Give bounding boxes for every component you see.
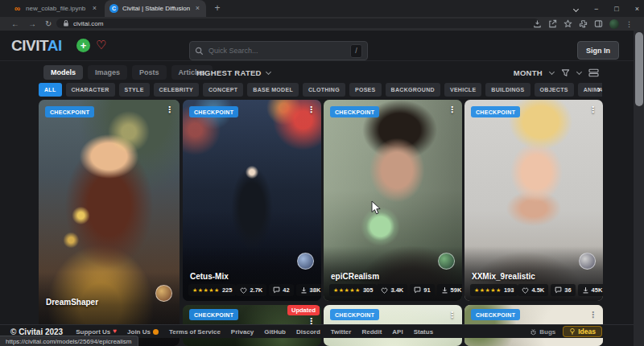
card-menu-icon[interactable]: ⋮ xyxy=(444,104,460,116)
link-preview-statusbar: https://civitai.com/models/25694/epicrea… xyxy=(0,336,138,346)
tag-buildings[interactable]: BUILDINGS xyxy=(485,83,530,97)
tag-background[interactable]: BACKGROUND xyxy=(386,83,440,97)
tab-posts[interactable]: Posts xyxy=(132,65,167,80)
bookmark-star-icon[interactable] xyxy=(564,19,572,28)
window-minimize-button[interactable]: − xyxy=(594,5,598,13)
scrollbar-thumb[interactable] xyxy=(635,32,643,106)
bugs-button[interactable]: Bugs xyxy=(530,328,555,336)
heart-icon: ♥ xyxy=(113,328,117,335)
rating-pill: ★★★★★ 225 xyxy=(188,284,236,296)
window-controls: − □ × xyxy=(574,0,639,17)
comments-pill: 42 xyxy=(269,284,293,296)
reload-icon[interactable]: ↻ xyxy=(45,20,52,28)
card-menu-icon[interactable]: ⋮ xyxy=(585,104,601,116)
checkpoint-badge: CHECKPOINT xyxy=(330,106,379,117)
creator-avatar[interactable] xyxy=(438,253,455,270)
footer-link-label: Support Us xyxy=(76,328,110,336)
side-panel-icon[interactable] xyxy=(594,19,603,28)
period-dropdown[interactable]: MONTH xyxy=(514,68,543,77)
tag-character[interactable]: CHARACTER xyxy=(66,83,115,97)
card-stats: ★★★★★ 305 3.4K 91 59K xyxy=(329,284,456,296)
creator-avatar[interactable] xyxy=(297,253,314,270)
footer-link-label: Discord xyxy=(296,328,320,336)
extensions-icon[interactable] xyxy=(579,19,588,28)
footer-link-status[interactable]: Status xyxy=(414,328,433,336)
tag-vehicle[interactable]: VEHICLE xyxy=(444,83,481,97)
tag-clothing[interactable]: CLOTHING xyxy=(303,83,345,97)
tab-models[interactable]: Models xyxy=(43,65,83,80)
bug-icon xyxy=(530,328,537,336)
lock-icon xyxy=(63,19,69,27)
footer-link-join-us[interactable]: Join Us xyxy=(127,328,159,336)
tag-poses[interactable]: POSES xyxy=(349,83,382,97)
footer-link-label: Status xyxy=(414,328,433,336)
create-plus-button[interactable]: + xyxy=(76,39,90,52)
card-menu-icon[interactable]: ⋮ xyxy=(444,309,460,321)
chevron-down-icon xyxy=(549,68,555,74)
tab-colab[interactable]: ∞ new_colab_file.ipynb - Colaborat × xyxy=(8,0,103,17)
comments-count: 91 xyxy=(423,286,430,294)
layout-toggle-icon[interactable] xyxy=(588,68,599,77)
model-card-dreamshaper[interactable]: CHECKPOINT ⋮ DreamShaper xyxy=(39,100,180,346)
ideas-button[interactable]: Ideas xyxy=(563,326,602,337)
model-card-xxmix9realistic[interactable]: CHECKPOINT ⋮ XXMix_9realistic ★★★★★ 193 … xyxy=(464,100,603,301)
card-menu-icon[interactable]: ⋮ xyxy=(162,104,177,116)
footer-link-twitter[interactable]: Twitter xyxy=(331,328,352,336)
tag-scroll-chevron[interactable]: › xyxy=(597,84,601,95)
browser-menu-icon[interactable]: ⋮ xyxy=(625,20,633,28)
footer-link-discord[interactable]: Discord xyxy=(296,328,320,336)
lightbulb-icon xyxy=(569,327,576,336)
tab-images[interactable]: Images xyxy=(88,65,127,80)
tag-base-model[interactable]: BASE MODEL xyxy=(247,83,299,97)
new-tab-button[interactable]: + xyxy=(212,2,223,14)
tag-objects[interactable]: OBJECTS xyxy=(535,83,574,97)
checkpoint-badge: CHECKPOINT xyxy=(471,309,520,320)
forward-icon[interactable]: → xyxy=(28,20,36,28)
checkpoint-badge: CHECKPOINT xyxy=(189,106,238,117)
comment-icon xyxy=(273,286,280,294)
footer-link-label: GitHub xyxy=(264,328,286,336)
stat-pills: 2.7K 42 38K xyxy=(236,284,321,296)
tag-concept[interactable]: CONCEPT xyxy=(203,83,243,97)
footer-link-support-us[interactable]: Support Us ♥ xyxy=(76,328,117,336)
star-rating-icon: ★★★★★ xyxy=(333,287,361,293)
civitai-logo[interactable]: CIVITAI xyxy=(11,38,62,53)
model-card-epicrealism[interactable]: CHECKPOINT ⋮ epiCRealism ★★★★★ 305 3.4K … xyxy=(324,100,462,301)
footer-link-privacy[interactable]: Privacy xyxy=(231,328,254,336)
tag-style[interactable]: STYLE xyxy=(119,83,150,97)
tab-close-icon[interactable]: × xyxy=(194,4,201,13)
tab-civitai[interactable]: C Civitai | Stable Diffusion models × xyxy=(105,0,206,17)
comment-icon xyxy=(414,286,421,294)
save-page-icon[interactable] xyxy=(533,19,542,28)
browser-profile-avatar[interactable] xyxy=(609,19,619,29)
page-scrollbar[interactable] xyxy=(634,31,644,346)
address-bar[interactable]: civitai.com xyxy=(56,19,539,28)
support-heart-icon[interactable]: ♡ xyxy=(96,38,106,52)
tab-close-icon[interactable]: × xyxy=(91,4,98,13)
share-icon[interactable] xyxy=(548,19,557,28)
footer-link-terms[interactable]: Terms of Service xyxy=(169,328,221,336)
likes-pill: 3.4K xyxy=(377,284,407,296)
card-menu-icon[interactable]: ⋮ xyxy=(585,309,601,321)
model-card-cetus-mix[interactable]: CHECKPOINT ⋮ Cetus-Mix ★★★★★ 225 2.7K 42 xyxy=(183,100,321,301)
tab-title: new_colab_file.ipynb - Colaborat xyxy=(26,5,87,12)
window-close-button[interactable]: × xyxy=(635,5,639,13)
url-text: civitai.com xyxy=(73,20,103,27)
sort-dropdown[interactable]: HIGHEST RATED xyxy=(196,65,270,80)
download-icon xyxy=(582,286,589,294)
creator-avatar[interactable] xyxy=(579,253,596,270)
footer-link-api[interactable]: API xyxy=(392,328,402,336)
filter-funnel-icon[interactable] xyxy=(561,68,570,77)
card-menu-icon[interactable]: ⋮ xyxy=(303,104,319,116)
footer-link-github[interactable]: GitHub xyxy=(264,328,286,336)
creator-avatar[interactable] xyxy=(155,285,172,302)
window-maximize-button[interactable]: □ xyxy=(614,5,618,13)
tag-celebrity[interactable]: CELEBRITY xyxy=(154,83,199,97)
back-icon[interactable]: ← xyxy=(11,20,19,28)
footer-link-reddit[interactable]: Reddit xyxy=(361,328,382,336)
quick-search-input[interactable]: Quick Search... / xyxy=(189,41,368,60)
sign-in-button[interactable]: Sign In xyxy=(577,41,619,60)
model-title: epiCRealism xyxy=(331,272,379,281)
tab-search-chevron-icon[interactable] xyxy=(574,5,578,13)
tag-all[interactable]: ALL xyxy=(39,83,62,97)
